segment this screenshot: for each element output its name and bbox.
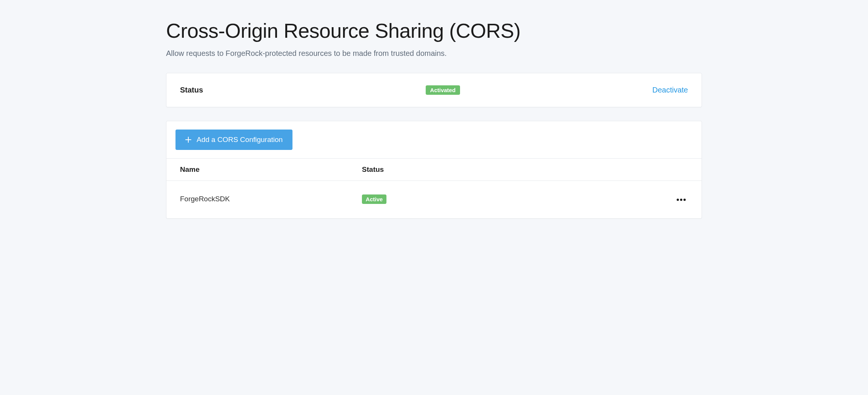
table-header-status: Status bbox=[348, 159, 661, 181]
row-status-badge: Active bbox=[362, 194, 386, 204]
status-label: Status bbox=[180, 86, 203, 94]
row-status-cell: Active bbox=[348, 181, 661, 219]
add-configuration-label: Add a CORS Configuration bbox=[197, 136, 283, 144]
plus-icon bbox=[185, 137, 191, 143]
status-panel: Status Activated Deactivate bbox=[166, 73, 702, 107]
deactivate-button[interactable]: Deactivate bbox=[653, 86, 688, 94]
row-name: ForgeRockSDK bbox=[166, 181, 348, 219]
configurations-table: Name Status ForgeRockSDK Active bbox=[166, 159, 702, 218]
table-row[interactable]: ForgeRockSDK Active bbox=[166, 181, 702, 219]
add-configuration-button[interactable]: Add a CORS Configuration bbox=[175, 130, 292, 150]
row-actions-button[interactable] bbox=[674, 196, 688, 203]
status-badge: Activated bbox=[426, 85, 460, 95]
table-header-name: Name bbox=[166, 159, 348, 181]
ellipsis-icon bbox=[677, 199, 686, 201]
table-header-actions bbox=[661, 159, 702, 181]
page-title: Cross-Origin Resource Sharing (CORS) bbox=[166, 19, 702, 42]
status-badge-wrapper: Activated bbox=[203, 85, 652, 95]
toolbar: Add a CORS Configuration bbox=[166, 121, 702, 159]
page-subtitle: Allow requests to ForgeRock-protected re… bbox=[166, 49, 702, 58]
configurations-panel: Add a CORS Configuration Name Status For… bbox=[166, 121, 702, 219]
